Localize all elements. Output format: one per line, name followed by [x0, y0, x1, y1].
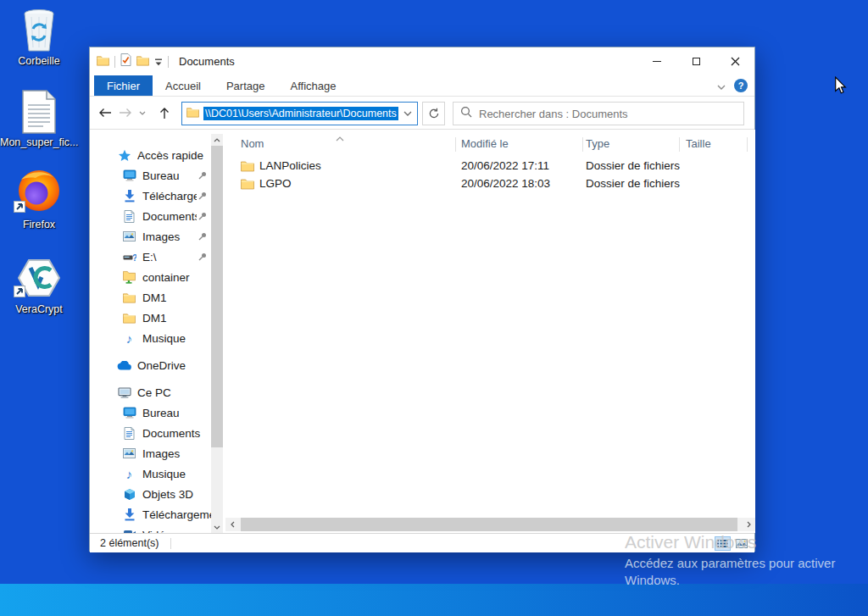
- column-divider[interactable]: [747, 137, 748, 152]
- qat-new-folder-icon[interactable]: [136, 54, 149, 69]
- qat-properties-icon[interactable]: [120, 53, 131, 69]
- shortcut-arrow-badge: [14, 201, 25, 216]
- item-count: 2 élément(s): [90, 537, 159, 549]
- column-divider[interactable]: [679, 137, 680, 152]
- address-bar[interactable]: \\DC01\Users\Administrateur\Documents: [181, 102, 418, 125]
- desktop-monitor-icon: [121, 169, 137, 181]
- column-header-taille[interactable]: Taille: [686, 137, 711, 150]
- navigation-pane: Accès rapide Bureau Téléchargements Docu…: [91, 134, 211, 533]
- file-type: Dossier de fichiers: [586, 177, 680, 190]
- sidebar-item-musique[interactable]: ♪ Musique: [91, 328, 211, 348]
- file-type: Dossier de fichiers: [586, 159, 680, 172]
- maximize-button[interactable]: [676, 47, 715, 75]
- maximize-icon: [693, 58, 700, 65]
- folder-icon: [121, 292, 137, 303]
- sidebar-item-dm1-b[interactable]: DM1: [91, 308, 211, 328]
- address-path-selected[interactable]: \\DC01\Users\Administrateur\Documents: [203, 107, 398, 120]
- search-box[interactable]: [453, 102, 744, 125]
- sidebar-item-documents[interactable]: Documents: [91, 206, 211, 226]
- title-bar[interactable]: Documents: [90, 47, 754, 75]
- tab-fichier[interactable]: Fichier: [94, 75, 153, 96]
- sidebar-item-bureau[interactable]: Bureau: [91, 165, 211, 186]
- horizontal-scrollbar[interactable]: [225, 518, 755, 531]
- sidebar-item-objets-3d[interactable]: Objets 3D: [91, 484, 211, 504]
- close-button[interactable]: [715, 47, 754, 75]
- column-divider[interactable]: [582, 137, 583, 152]
- sidebar-item-quick-access[interactable]: Accès rapide: [91, 145, 211, 165]
- pin-icon: [198, 169, 207, 182]
- file-modified: 20/06/2022 17:11: [461, 159, 549, 172]
- forward-button[interactable]: [115, 102, 136, 124]
- 3d-objects-cube-icon: [121, 488, 137, 501]
- thumbnails-view-button[interactable]: [733, 536, 749, 551]
- explorer-window: Documents Fichier Accueil Partage Affich…: [89, 47, 755, 552]
- file-list-area: Nom Modifié le Type Taille LANPolicies 2…: [225, 130, 755, 533]
- scroll-up-arrow[interactable]: [211, 134, 223, 146]
- desktop-icon-label: VeraCrypt: [0, 303, 78, 315]
- svg-text:?: ?: [132, 253, 136, 263]
- details-view-button[interactable]: [715, 536, 731, 551]
- up-button[interactable]: [154, 102, 175, 124]
- documents-icon: [121, 427, 137, 440]
- column-header-modifie-le[interactable]: Modifié le: [461, 137, 509, 150]
- sidebar-item-dm1-a[interactable]: DM1: [91, 287, 211, 308]
- help-icon: ?: [738, 80, 744, 91]
- back-button[interactable]: [95, 102, 115, 124]
- shortcut-arrow-badge: [14, 286, 25, 301]
- minimize-button[interactable]: [637, 47, 676, 75]
- file-row-lgpo[interactable]: LGPO 20/06/2022 18:03 Dossier de fichier…: [225, 175, 755, 193]
- nav-scrollbar-thumb[interactable]: [211, 146, 223, 447]
- help-button[interactable]: ?: [734, 79, 748, 92]
- sidebar-item-pc-musique[interactable]: ♪ Musique: [91, 463, 211, 484]
- sidebar-item-pc-documents[interactable]: Documents: [91, 423, 211, 443]
- desktop-icon-veracrypt[interactable]: VeraCrypt: [0, 255, 78, 315]
- quick-access-star-icon: [116, 149, 132, 162]
- search-icon: [460, 106, 472, 121]
- expand-ribbon-chevron-icon[interactable]: [717, 78, 726, 93]
- search-input[interactable]: [479, 108, 737, 120]
- horizontal-scrollbar-thumb[interactable]: [241, 518, 737, 531]
- column-header-type[interactable]: Type: [586, 137, 609, 150]
- tab-affichage[interactable]: Affichage: [277, 75, 348, 96]
- recent-locations-button[interactable]: [136, 102, 149, 124]
- thumbnails-view-icon: [736, 539, 748, 548]
- sidebar-item-ce-pc[interactable]: Ce PC: [91, 382, 211, 402]
- downloads-icon: [121, 508, 137, 521]
- desktop-gradient: [0, 584, 868, 616]
- column-divider[interactable]: [455, 137, 456, 152]
- nav-scrollbar[interactable]: [211, 134, 223, 533]
- scroll-down-arrow[interactable]: [211, 521, 223, 533]
- column-header-nom[interactable]: Nom: [241, 137, 264, 150]
- address-dropdown-button[interactable]: [398, 111, 417, 116]
- file-row-lanpolicies[interactable]: LANPolicies 20/06/2022 17:11 Dossier de …: [225, 158, 755, 175]
- sidebar-item-onedrive[interactable]: OneDrive: [91, 355, 211, 375]
- up-icon: [159, 107, 170, 119]
- scroll-right-arrow[interactable]: [742, 518, 755, 531]
- refresh-icon: [428, 108, 440, 119]
- sidebar-item-pc-images[interactable]: Images: [91, 443, 211, 463]
- sidebar-item-drive-e[interactable]: ? E:\: [91, 247, 211, 267]
- forward-icon: [119, 108, 132, 118]
- pin-icon: [198, 251, 207, 264]
- desktop-icon-document[interactable]: Mon_super_fic...: [0, 88, 78, 148]
- scroll-left-arrow[interactable]: [225, 518, 239, 531]
- folder-icon: [121, 313, 137, 324]
- desktop-icon-firefox[interactable]: Firefox: [0, 170, 78, 230]
- pin-icon: [198, 210, 207, 223]
- desktop: Corbeille Mon_super_fic...: [0, 0, 868, 616]
- sidebar-item-images[interactable]: Images: [91, 226, 211, 247]
- sidebar-item-pc-bureau[interactable]: Bureau: [91, 402, 211, 423]
- qat-customize-icon[interactable]: [154, 54, 163, 69]
- desktop-icon-recycle-bin[interactable]: Corbeille: [0, 7, 78, 67]
- mouse-cursor: [834, 76, 847, 98]
- sidebar-item-container[interactable]: container: [91, 267, 211, 287]
- sidebar-item-telechargements[interactable]: Téléchargements: [91, 186, 211, 206]
- sidebar-item-pc-telechargements[interactable]: Téléchargements: [91, 504, 211, 524]
- sidebar-item-videos[interactable]: Vidéos: [91, 524, 211, 533]
- close-icon: [731, 57, 740, 66]
- tab-accueil[interactable]: Accueil: [153, 75, 214, 96]
- titlebar-separator: [114, 56, 115, 68]
- tab-partage[interactable]: Partage: [214, 75, 278, 96]
- refresh-button[interactable]: [422, 102, 445, 125]
- status-bar: 2 élément(s): [90, 533, 754, 552]
